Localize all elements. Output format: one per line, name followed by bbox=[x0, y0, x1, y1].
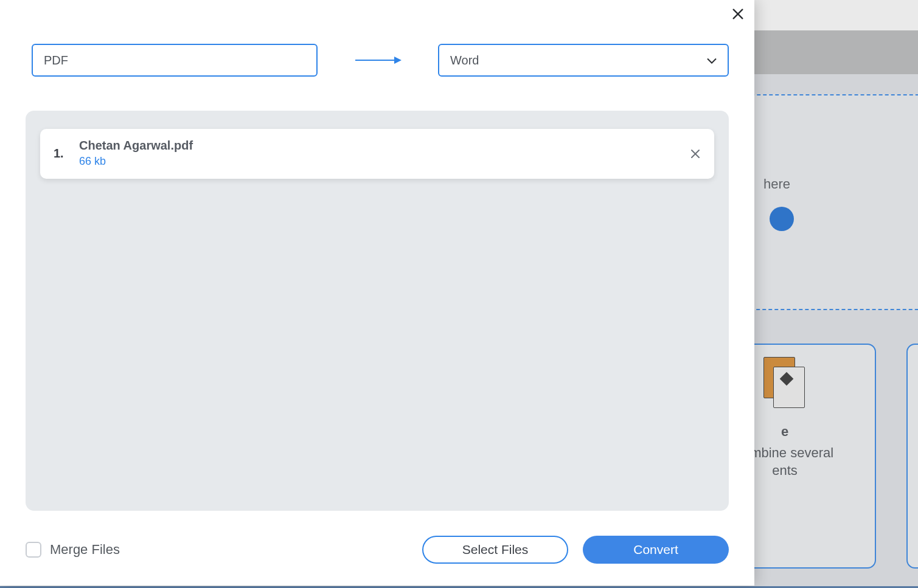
merge-files-checkbox[interactable] bbox=[26, 542, 41, 558]
file-index: 1. bbox=[54, 147, 67, 161]
dialog-bottom-bar: Merge Files Select Files Convert bbox=[26, 536, 729, 564]
file-name: Chetan Agarwal.pdf bbox=[79, 139, 193, 153]
file-row: 1. Chetan Agarwal.pdf 66 kb bbox=[40, 129, 714, 179]
file-size: 66 kb bbox=[79, 155, 193, 168]
target-format-select[interactable]: Word bbox=[438, 44, 729, 77]
close-icon bbox=[690, 149, 700, 159]
arrow-icon bbox=[336, 54, 420, 66]
merge-files-option[interactable]: Merge Files bbox=[26, 542, 120, 558]
source-format-box[interactable]: PDF bbox=[32, 44, 318, 77]
convert-button[interactable]: Convert bbox=[583, 536, 729, 564]
remove-file-button[interactable] bbox=[687, 146, 703, 162]
target-format-label: Word bbox=[450, 54, 479, 67]
convert-dialog: PDF Word 1. Chetan Agarwal.pdf 66 kb bbox=[0, 0, 754, 586]
merge-files-label: Merge Files bbox=[50, 542, 120, 558]
source-format-label: PDF bbox=[44, 54, 68, 67]
close-button[interactable] bbox=[728, 4, 748, 24]
files-panel: 1. Chetan Agarwal.pdf 66 kb bbox=[26, 111, 729, 511]
chevron-down-icon bbox=[707, 54, 717, 67]
format-selection-row: PDF Word bbox=[0, 0, 754, 77]
select-files-button[interactable]: Select Files bbox=[422, 536, 568, 564]
close-icon bbox=[731, 7, 745, 21]
svg-marker-3 bbox=[394, 57, 402, 64]
